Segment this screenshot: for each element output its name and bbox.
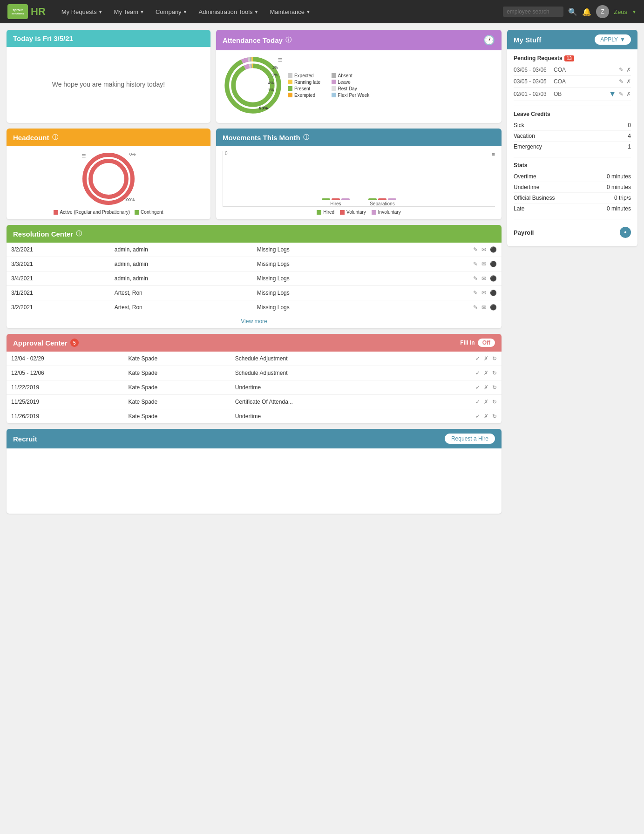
refresh-icon-1[interactable]: ↻ — [492, 355, 497, 362]
mail-icon-1[interactable]: ✉ — [481, 246, 486, 253]
approval-actions-1: ✓ ✗ ↻ — [421, 355, 497, 362]
headcount-header: Headcount ⓘ — [7, 129, 210, 146]
attendance-menu-icon[interactable]: ≡ — [278, 56, 282, 64]
reject-icon-1[interactable]: ✗ — [484, 355, 488, 362]
pending-delete-1[interactable]: ✗ — [626, 67, 631, 73]
credits-emergency-value: 1 — [628, 143, 631, 150]
approval-table: 12/04 - 02/29 Kate Spade Schedule Adjust… — [7, 352, 502, 423]
block-icon-1[interactable]: ⚫ — [490, 246, 497, 253]
approval-date-2: 12/05 - 12/06 — [7, 366, 123, 380]
attendance-card-header: Attendance Today ⓘ 🕐 — [216, 30, 502, 50]
block-icon-4[interactable]: ⚫ — [490, 290, 497, 296]
request-hire-button[interactable]: Request a Hire — [445, 434, 495, 444]
movements-separations-group: Separations — [368, 198, 396, 206]
movements-zero: 0 — [225, 151, 228, 156]
headcount-card: Headcount ⓘ 0% 100% ≡ — [7, 129, 210, 219]
apply-button[interactable]: APPLY ▼ — [595, 34, 631, 45]
legend-label-leave: Leave — [338, 80, 351, 85]
movements-separations-bars — [368, 198, 396, 200]
user-menu-chevron[interactable]: ▼ — [632, 9, 637, 14]
movements-legend-involuntary: Involuntary — [372, 210, 401, 215]
approve-icon-5[interactable]: ✓ — [475, 413, 480, 420]
legend-rest-day: Rest Day — [332, 86, 370, 91]
nav-admin-tools[interactable]: Administration Tools ▼ — [194, 6, 264, 18]
approve-icon-1[interactable]: ✓ — [475, 355, 480, 362]
down-arrow-icon[interactable]: ▼ — [609, 90, 616, 98]
pending-edit-1[interactable]: ✎ — [619, 67, 624, 73]
stats-label: Stats — [514, 162, 527, 169]
approval-name-4: Kate Spade — [123, 395, 230, 409]
approval-type-4: Certificate Of Attenda... — [230, 395, 416, 409]
mail-icon-2[interactable]: ✉ — [481, 261, 486, 267]
stats-late: Late 0 minutes — [514, 203, 631, 214]
refresh-icon-3[interactable]: ↻ — [492, 384, 497, 391]
apply-label: APPLY — [600, 36, 618, 43]
nav-maintenance[interactable]: Maintenance ▼ — [265, 6, 315, 18]
view-more-link[interactable]: View more — [7, 314, 502, 328]
pending-actions-1: ✎ ✗ — [619, 67, 631, 73]
edit-icon-2[interactable]: ✎ — [473, 261, 478, 267]
reject-icon-3[interactable]: ✗ — [484, 384, 488, 391]
block-icon-5[interactable]: ⚫ — [490, 304, 497, 311]
reject-icon-4[interactable]: ✗ — [484, 399, 488, 405]
nav-my-requests-label: My Requests — [61, 8, 97, 15]
block-icon-3[interactable]: ⚫ — [490, 275, 497, 282]
bar-involuntary-hires — [341, 198, 350, 200]
user-name-label[interactable]: Zeus — [614, 8, 627, 15]
approval-header-left: Approval Center 5 — [13, 339, 79, 347]
main-column: Today is Fri 3/5/21 We hope you are maki… — [7, 30, 502, 514]
today-message: We hope you are making history today! — [52, 81, 165, 88]
headcount-info-icon[interactable]: ⓘ — [52, 133, 58, 142]
headcount-legend: Active (Regular and Probationary) Contin… — [54, 210, 163, 215]
pending-delete-2[interactable]: ✗ — [626, 78, 631, 85]
refresh-icon-4[interactable]: ↻ — [492, 399, 497, 405]
headcount-menu-icon[interactable]: ≡ — [81, 152, 86, 160]
block-icon-2[interactable]: ⚫ — [490, 261, 497, 267]
nav-company[interactable]: Company ▼ — [151, 6, 192, 18]
attendance-info-icon[interactable]: ⓘ — [285, 36, 291, 44]
mail-icon-5[interactable]: ✉ — [481, 304, 486, 311]
leave-credits-section: Leave Credits — [514, 111, 631, 117]
bar-voluntary-hires — [332, 198, 340, 200]
pending-delete-3[interactable]: ✗ — [626, 91, 631, 97]
reject-icon-2[interactable]: ✗ — [484, 370, 488, 376]
resolution-issue-2: Missing Logs — [252, 257, 392, 271]
edit-icon-5[interactable]: ✎ — [473, 304, 478, 311]
edit-icon-4[interactable]: ✎ — [473, 290, 478, 296]
mail-icon-4[interactable]: ✉ — [481, 290, 486, 296]
bell-icon[interactable]: 🔔 — [582, 7, 591, 16]
refresh-icon-2[interactable]: ↻ — [492, 370, 497, 376]
fill-in-toggle[interactable]: Off — [478, 339, 495, 347]
credits-vacation-value: 4 — [628, 133, 631, 139]
attendance-title: Attendance Today — [223, 36, 283, 44]
approve-icon-3[interactable]: ✓ — [475, 384, 480, 391]
table-row: 3/2/2021 Artest, Ron Missing Logs ✎ ✉ ⚫ — [7, 300, 502, 315]
stats-ob-label: Official Business — [514, 195, 555, 201]
nav-my-team[interactable]: My Team ▼ — [109, 6, 149, 18]
approve-icon-4[interactable]: ✓ — [475, 399, 480, 405]
table-row: 11/26/2019 Kate Spade Undertime ✓ ✗ ↻ — [7, 409, 502, 424]
today-title: Today is Fri 3/5/21 — [13, 34, 73, 42]
payroll-dot[interactable]: • — [620, 227, 631, 238]
edit-icon-3[interactable]: ✎ — [473, 275, 478, 282]
pending-edit-3[interactable]: ✎ — [619, 91, 624, 97]
reject-icon-5[interactable]: ✗ — [484, 413, 488, 420]
refresh-icon-5[interactable]: ↻ — [492, 413, 497, 420]
search-icon[interactable]: 🔍 — [568, 7, 577, 16]
nav-my-requests[interactable]: My Requests ▼ — [57, 6, 108, 18]
pending-edit-2[interactable]: ✎ — [619, 78, 624, 85]
approve-icon-2[interactable]: ✓ — [475, 370, 480, 376]
search-input[interactable] — [503, 7, 563, 17]
edit-icon-1[interactable]: ✎ — [473, 246, 478, 253]
svg-text:4%: 4% — [268, 81, 274, 85]
approval-title: Approval Center — [13, 339, 68, 347]
hires-label: Hires — [330, 201, 341, 206]
movements-info-icon[interactable]: ⓘ — [303, 133, 309, 142]
approval-type-2: Schedule Adjustment — [230, 366, 416, 380]
nav-admin-tools-chevron: ▼ — [254, 9, 259, 14]
legend-label-running-late: Running late — [294, 80, 320, 85]
legend-dot-rest-day — [332, 86, 336, 91]
resolution-info-icon[interactable]: ⓘ — [76, 230, 82, 238]
mail-icon-3[interactable]: ✉ — [481, 275, 486, 282]
movements-header: Movements This Month ⓘ — [216, 129, 502, 146]
